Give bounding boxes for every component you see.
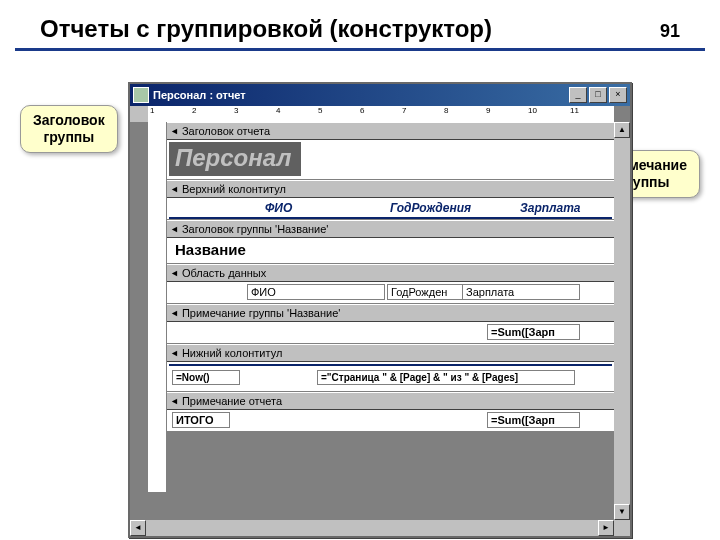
- callout-group-header: Заголовок группы: [20, 105, 118, 153]
- pages-field[interactable]: ="Страница " & [Page] & " из " & [Pages]: [317, 370, 575, 385]
- report-designer-window: Персонал : отчет _ □ × 1234567891011 ◄За…: [128, 82, 632, 538]
- scrollbar-corner: [614, 520, 630, 536]
- footer-overline: [169, 364, 612, 366]
- detail-fio-field[interactable]: ФИО: [247, 284, 385, 300]
- design-surface[interactable]: ◄Заголовок отчета Персонал ◄Верхний коло…: [148, 122, 614, 520]
- work-area: 1234567891011 ◄Заголовок отчета Персонал…: [130, 106, 630, 536]
- detail-year-field[interactable]: ГодРожден: [387, 284, 465, 300]
- page-number: 91: [660, 21, 680, 42]
- now-field[interactable]: =Now(): [172, 370, 240, 385]
- close-button[interactable]: ×: [609, 87, 627, 103]
- window-title: Персонал : отчет: [153, 89, 567, 101]
- header-underline: [169, 217, 612, 219]
- scroll-down-button[interactable]: ▼: [614, 504, 630, 520]
- report-title-label[interactable]: Персонал: [169, 142, 301, 176]
- section-bar-group-footer[interactable]: ◄Примечание группы 'Название': [167, 304, 614, 322]
- section-bar-page-footer[interactable]: ◄Нижний колонтитул: [167, 344, 614, 362]
- slide-heading: Отчеты с группировкой (конструктор) 91: [15, 0, 705, 51]
- horizontal-scrollbar[interactable]: ◄ ►: [130, 520, 614, 536]
- scroll-right-button[interactable]: ►: [598, 520, 614, 536]
- titlebar[interactable]: Персонал : отчет _ □ ×: [130, 84, 630, 106]
- header-label-year[interactable]: ГодРождения: [387, 200, 474, 216]
- scroll-up-button[interactable]: ▲: [614, 122, 630, 138]
- group-sum-field[interactable]: =Sum([Зарп: [487, 324, 580, 340]
- section-bar-group-header[interactable]: ◄Заголовок группы 'Название': [167, 220, 614, 238]
- vertical-scrollbar[interactable]: ▲ ▼: [614, 122, 630, 520]
- detail-salary-field[interactable]: Зарплата: [462, 284, 580, 300]
- section-bar-detail[interactable]: ◄Область данных: [167, 264, 614, 282]
- report-sum-field[interactable]: =Sum([Зарп: [487, 412, 580, 428]
- header-label-salary[interactable]: Зарплата: [517, 200, 584, 216]
- group-name-field[interactable]: Название: [172, 240, 249, 259]
- horizontal-ruler[interactable]: 1234567891011: [148, 106, 614, 123]
- report-icon: [133, 87, 149, 103]
- minimize-button[interactable]: _: [569, 87, 587, 103]
- section-bar-report-header[interactable]: ◄Заголовок отчета: [167, 122, 614, 140]
- slide-title: Отчеты с группировкой (конструктор): [40, 15, 492, 43]
- scroll-left-button[interactable]: ◄: [130, 520, 146, 536]
- section-bar-report-footer[interactable]: ◄Примечание отчета: [167, 392, 614, 410]
- header-label-fio[interactable]: ФИО: [262, 200, 295, 216]
- ruler-corner[interactable]: [130, 106, 149, 123]
- maximize-button[interactable]: □: [589, 87, 607, 103]
- total-label[interactable]: ИТОГО: [172, 412, 230, 428]
- section-bar-page-header[interactable]: ◄Верхний колонтитул: [167, 180, 614, 198]
